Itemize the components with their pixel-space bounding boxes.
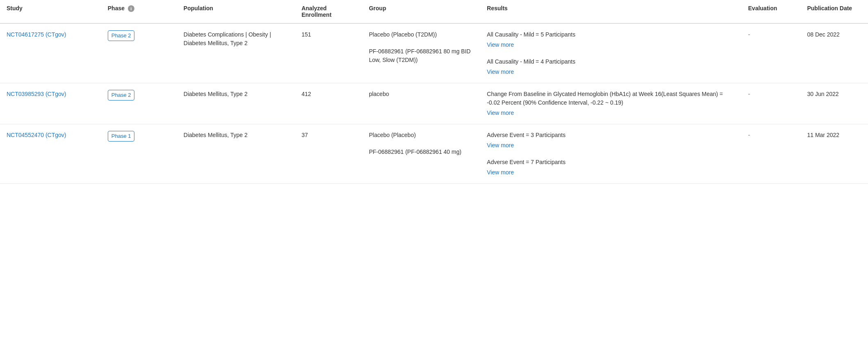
group-subrow: PF-06882961 (PF-06882961 40 mg): [369, 148, 474, 156]
result-text: Change From Baseline in Glycated Hemoglo…: [487, 90, 735, 107]
phase-badge: Phase 2: [108, 90, 135, 101]
group-cell: Placebo (Placebo)PF-06882961 (PF-0688296…: [362, 124, 480, 184]
population-cell: Diabetes Mellitus, Type 2: [177, 83, 295, 124]
header-group: Group: [362, 0, 480, 23]
evaluation-value: -: [748, 31, 750, 38]
study-cell: NCT03985293 (CTgov): [0, 83, 101, 124]
table-row: NCT04617275 (CTgov)Phase 2Diabetes Compl…: [0, 23, 868, 83]
results-cell: Change From Baseline in Glycated Hemoglo…: [480, 83, 741, 124]
study-link[interactable]: NCT03985293 (CTgov): [7, 91, 66, 97]
group-cell: placebo: [362, 83, 480, 124]
evaluation-cell: -: [742, 23, 801, 83]
result-subrow: Adverse Event = 7 ParticipantsView more: [487, 158, 735, 177]
result-text: Adverse Event = 3 Participants: [487, 131, 735, 139]
header-study: Study: [0, 0, 101, 23]
group-subrow: Placebo (Placebo): [369, 131, 474, 139]
publication-date-cell: 08 Dec 2022: [800, 23, 868, 83]
view-more-link[interactable]: View more: [487, 168, 735, 177]
result-subrow: All Causality - Mild = 5 ParticipantsVie…: [487, 30, 735, 49]
enrollment-cell: 412: [295, 83, 363, 124]
group-subrow: placebo: [369, 90, 474, 98]
group-cell: Placebo (Placebo (T2DM))PF-06882961 (PF-…: [362, 23, 480, 83]
results-table-container: Study Phase i Population Analyzed Enroll…: [0, 0, 868, 184]
population-cell: Diabetes Complications | Obesity | Diabe…: [177, 23, 295, 83]
header-publication: Publication Date: [800, 0, 868, 23]
table-header-row: Study Phase i Population Analyzed Enroll…: [0, 0, 868, 23]
header-evaluation: Evaluation: [742, 0, 801, 23]
enrollment-cell: 37: [295, 124, 363, 184]
phase-badge: Phase 2: [108, 30, 135, 41]
header-population: Population: [177, 0, 295, 23]
results-table: Study Phase i Population Analyzed Enroll…: [0, 0, 868, 184]
study-cell: NCT04552470 (CTgov): [0, 124, 101, 184]
view-more-link[interactable]: View more: [487, 41, 735, 49]
result-text: Adverse Event = 7 Participants: [487, 158, 735, 167]
result-text: All Causality - Mild = 4 Participants: [487, 57, 735, 66]
group-subrow: Placebo (Placebo (T2DM)): [369, 30, 474, 39]
publication-date-cell: 30 Jun 2022: [800, 83, 868, 124]
study-link[interactable]: NCT04552470 (CTgov): [7, 132, 66, 138]
table-row: NCT04552470 (CTgov)Phase 1Diabetes Melli…: [0, 124, 868, 184]
header-enrollment: Analyzed Enrollment: [295, 0, 363, 23]
phase-badge: Phase 1: [108, 131, 135, 142]
publication-date-cell: 11 Mar 2022: [800, 124, 868, 184]
phase-cell: Phase 1: [101, 124, 177, 184]
header-results: Results: [480, 0, 741, 23]
view-more-link[interactable]: View more: [487, 109, 735, 117]
enrollment-cell: 151: [295, 23, 363, 83]
header-phase: Phase i: [101, 0, 177, 23]
study-link[interactable]: NCT04617275 (CTgov): [7, 31, 66, 38]
group-subrow: PF-06882961 (PF-06882961 80 mg BID Low, …: [369, 47, 474, 64]
result-subrow: Adverse Event = 3 ParticipantsView more: [487, 131, 735, 150]
result-subrow: All Causality - Mild = 4 ParticipantsVie…: [487, 57, 735, 76]
evaluation-cell: -: [742, 83, 801, 124]
phase-cell: Phase 2: [101, 23, 177, 83]
results-cell: Adverse Event = 3 ParticipantsView moreA…: [480, 124, 741, 184]
result-text: All Causality - Mild = 5 Participants: [487, 30, 735, 39]
result-subrow: Change From Baseline in Glycated Hemoglo…: [487, 90, 735, 117]
population-cell: Diabetes Mellitus, Type 2: [177, 124, 295, 184]
evaluation-cell: -: [742, 124, 801, 184]
evaluation-value: -: [748, 132, 750, 138]
view-more-link[interactable]: View more: [487, 141, 735, 150]
phase-cell: Phase 2: [101, 83, 177, 124]
table-row: NCT03985293 (CTgov)Phase 2Diabetes Melli…: [0, 83, 868, 124]
evaluation-value: -: [748, 91, 750, 97]
view-more-link[interactable]: View more: [487, 68, 735, 76]
phase-info-icon[interactable]: i: [128, 5, 134, 12]
study-cell: NCT04617275 (CTgov): [0, 23, 101, 83]
results-cell: All Causality - Mild = 5 ParticipantsVie…: [480, 23, 741, 83]
